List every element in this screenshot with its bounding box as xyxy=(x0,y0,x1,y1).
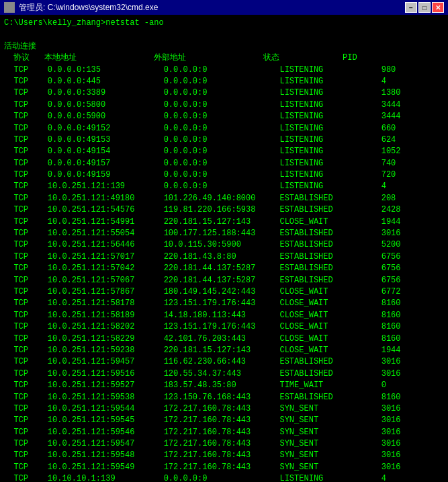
table-row: TCP 10.0.251.121:58202 123.151.179.176:4… xyxy=(4,321,444,333)
table-row: TCP 10.0.251.121:59457 116.62.230.66:443… xyxy=(4,356,444,368)
table-row: TCP 10.0.251.121:57067 220.181.44.137:52… xyxy=(4,275,444,286)
table-row: TCP 10.0.251.121:49180 101.226.49.140:80… xyxy=(4,193,444,204)
table-row: TCP 10.0.251.121:59516 120.55.34.37:443 … xyxy=(4,368,444,380)
table-row: TCP 10.0.251.121:55054 100.177.125.188:4… xyxy=(4,228,444,239)
table-row: TCP 10.10.10.1:139 0.0.0.0:0 LISTENING 4 xyxy=(4,473,444,482)
minimize-button[interactable]: − xyxy=(405,2,417,13)
table-row: TCP 10.0.251.121:56446 10.0.115.30:5900 … xyxy=(4,239,444,251)
window-container: 管理员: C:\windows\system32\cmd.exe − □ ✕ C… xyxy=(0,0,448,482)
table-row: TCP 10.0.251.121:59538 123.150.76.168:44… xyxy=(4,392,444,403)
window-title: 管理员: C:\windows\system32\cmd.exe xyxy=(19,2,158,13)
table-row: TCP 0.0.0.0:5900 0.0.0.0:0 LISTENING 344… xyxy=(4,111,444,122)
title-bar-buttons: − □ ✕ xyxy=(405,2,444,13)
table-row: TCP 10.0.251.121:59527 183.57.48.35:80 T… xyxy=(4,380,444,391)
table-row: TCP 0.0.0.0:445 0.0.0.0:0 LISTENING 4 xyxy=(4,76,444,87)
table-row: TCP 10.0.251.121:59549 172.217.160.78:44… xyxy=(4,462,444,473)
table-row: TCP 10.0.251.121:59545 172.217.160.78:44… xyxy=(4,415,444,426)
table-row: TCP 10.0.251.121:59547 172.217.160.78:44… xyxy=(4,438,444,450)
table-row: TCP 10.0.251.121:57042 220.181.44.137:52… xyxy=(4,263,444,274)
maximize-button[interactable]: □ xyxy=(418,2,431,13)
title-bar: 管理员: C:\windows\system32\cmd.exe − □ ✕ xyxy=(0,0,448,15)
netstat-rows: TCP 0.0.0.0:135 0.0.0.0:0 LISTENING 980 … xyxy=(4,65,444,482)
table-row: TCP 10.0.251.121:59546 172.217.160.78:44… xyxy=(4,427,444,438)
heading-line xyxy=(4,29,444,40)
table-row: TCP 0.0.0.0:49159 0.0.0.0:0 LISTENING 72… xyxy=(4,169,444,181)
table-row: TCP 10.0.251.121:59544 172.217.160.78:44… xyxy=(4,403,444,415)
table-row: TCP 10.0.251.121:54991 220.181.15.127:14… xyxy=(4,216,444,228)
prompt-line: C:\Users\kelly_zhang>netstat -ano xyxy=(4,17,444,29)
table-row: TCP 10.0.251.121:57017 220.181.43.8:80 E… xyxy=(4,251,444,263)
table-row: TCP 0.0.0.0:49152 0.0.0.0:0 LISTENING 66… xyxy=(4,123,444,134)
table-row: TCP 0.0.0.0:49157 0.0.0.0:0 LISTENING 74… xyxy=(4,158,444,169)
table-row: TCP 10.0.251.121:58229 42.101.76.203:443… xyxy=(4,333,444,345)
table-row: TCP 10.0.251.121:59548 172.217.160.78:44… xyxy=(4,450,444,461)
table-row: TCP 0.0.0.0:49154 0.0.0.0:0 LISTENING 10… xyxy=(4,146,444,157)
table-row: TCP 10.0.251.121:59238 220.181.15.127:14… xyxy=(4,345,444,356)
table-row: TCP 10.0.251.121:58189 14.18.180.113:443… xyxy=(4,310,444,321)
table-row: TCP 10.0.251.121:58178 123.151.179.176:4… xyxy=(4,298,444,309)
cmd-icon xyxy=(4,2,15,13)
active-connections-label: 活动连接 xyxy=(4,41,444,52)
table-row: TCP 10.0.251.121:139 0.0.0.0:0 LISTENING… xyxy=(4,181,444,192)
table-row: TCP 0.0.0.0:135 0.0.0.0:0 LISTENING 980 xyxy=(4,65,444,76)
table-row: TCP 0.0.0.0:3389 0.0.0.0:0 LISTENING 138… xyxy=(4,87,444,99)
table-row: TCP 0.0.0.0:49153 0.0.0.0:0 LISTENING 62… xyxy=(4,134,444,146)
table-row: TCP 0.0.0.0:5800 0.0.0.0:0 LISTENING 344… xyxy=(4,99,444,111)
table-row: TCP 10.0.251.121:57867 180.149.145.242:4… xyxy=(4,286,444,298)
close-button[interactable]: ✕ xyxy=(432,2,444,13)
title-bar-left: 管理员: C:\windows\system32\cmd.exe xyxy=(4,2,158,13)
table-row: TCP 10.0.251.121:54576 119.81.220.166:59… xyxy=(4,204,444,216)
col-headers: 协议 本地地址 外部地址 状态 PID xyxy=(4,52,444,64)
terminal-window: C:\Users\kelly_zhang>netstat -ano 活动连接 协… xyxy=(0,15,448,482)
